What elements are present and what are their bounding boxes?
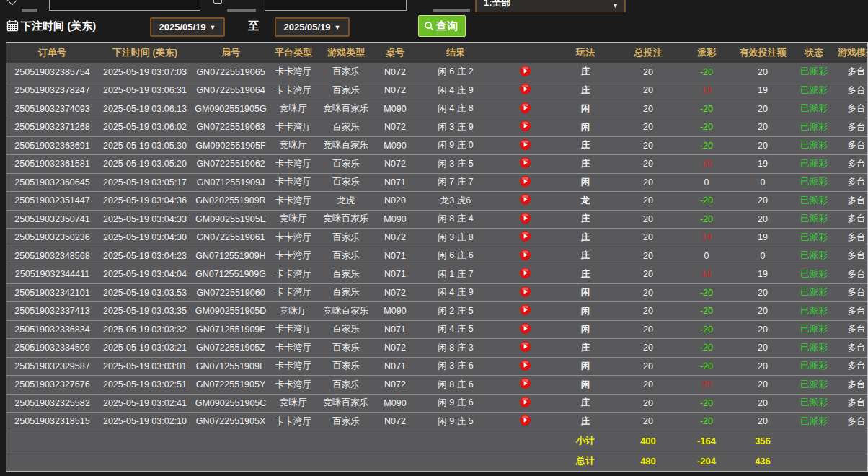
mode-cell: 多台 bbox=[836, 63, 868, 81]
replay-play-icon[interactable] bbox=[520, 286, 531, 297]
mode-cell: 多台 bbox=[836, 155, 868, 174]
replay-play-icon[interactable] bbox=[520, 231, 531, 242]
platform-cell: 卡卡湾厅 bbox=[270, 229, 317, 247]
date-to-value: 2025/05/19 bbox=[284, 22, 331, 32]
payout-cell: 20 bbox=[679, 376, 734, 395]
platform-cell: 卡卡湾厅 bbox=[270, 81, 317, 100]
bet-cell: 庄 bbox=[554, 413, 617, 431]
result-cell: 闲 9 庄 0 bbox=[415, 136, 496, 155]
bet-cell: 庄 bbox=[554, 265, 617, 284]
order-cell: 250519032350741 bbox=[6, 210, 98, 229]
platform-cell: 卡卡湾厅 bbox=[270, 118, 317, 137]
order-cell: 250519032361581 bbox=[6, 155, 98, 174]
replay-cell bbox=[496, 357, 554, 376]
total-cell: 20 bbox=[617, 229, 679, 247]
table-cell: N072 bbox=[375, 81, 415, 100]
status-cell: 已派彩 bbox=[792, 302, 836, 321]
game-cell: 竞咪百家乐 bbox=[317, 394, 375, 413]
replay-cell bbox=[496, 376, 554, 395]
valid-cell: 20 bbox=[734, 192, 792, 211]
filter-select[interactable]: 1:全部 ▼ bbox=[475, 0, 626, 12]
round-cell: GN07225519063 bbox=[192, 118, 270, 137]
status-cell: 已派彩 bbox=[792, 357, 836, 376]
valid-cell: 0 bbox=[734, 173, 792, 192]
replay-play-icon[interactable] bbox=[520, 102, 531, 113]
replay-play-icon[interactable] bbox=[520, 213, 531, 224]
replay-play-icon[interactable] bbox=[520, 415, 531, 426]
table-cell: N072 bbox=[375, 229, 415, 247]
replay-play-icon[interactable] bbox=[520, 250, 531, 260]
round-cell: GN0712551909H bbox=[192, 247, 270, 265]
replay-play-icon[interactable] bbox=[520, 397, 531, 407]
replay-play-icon[interactable] bbox=[520, 157, 531, 168]
mode-cell: 多台 bbox=[836, 265, 868, 284]
bet-cell: 闲 bbox=[554, 283, 617, 302]
table-cell: N071 bbox=[375, 357, 415, 376]
payout-cell: -20 bbox=[679, 339, 734, 358]
mode-cell: 多台 bbox=[836, 247, 868, 265]
result-cell: 闲 6 庄 6 bbox=[415, 247, 496, 265]
round-cell: GN07225519064 bbox=[192, 81, 270, 100]
col-result: 结果 bbox=[415, 43, 496, 63]
replay-play-icon[interactable] bbox=[520, 176, 531, 187]
total-cell: 20 bbox=[617, 413, 679, 431]
replay-play-icon[interactable] bbox=[520, 194, 531, 205]
valid-cell: 0 bbox=[734, 247, 792, 265]
platform-cell: 卡卡湾厅 bbox=[270, 155, 317, 174]
time-cell: 2025-05-19 03:04:30 bbox=[98, 229, 192, 247]
replay-play-icon[interactable] bbox=[520, 120, 531, 131]
total-payout: -204 bbox=[679, 451, 734, 471]
time-cell: 2025-05-19 03:03:35 bbox=[98, 302, 192, 321]
round-cell: GM0902551905E bbox=[192, 210, 270, 229]
total-cell: 20 bbox=[617, 100, 679, 118]
order-cell: 250519032371268 bbox=[6, 118, 98, 137]
mode-cell: 多台 bbox=[836, 173, 868, 192]
replay-play-icon[interactable] bbox=[520, 139, 531, 150]
table-cell: N071 bbox=[375, 247, 415, 265]
total-cell: 20 bbox=[617, 81, 679, 100]
filter-input-1[interactable] bbox=[49, 0, 200, 11]
time-cell: 2025-05-19 03:07:03 bbox=[98, 63, 192, 81]
replay-play-icon[interactable] bbox=[520, 323, 531, 334]
clipped-label-fragment bbox=[227, 9, 256, 12]
order-cell: 250519032374093 bbox=[6, 100, 98, 118]
table-row: 2505190323255822025-05-19 03:02:41GM0902… bbox=[6, 394, 868, 413]
replay-play-icon[interactable] bbox=[520, 84, 531, 94]
date-to-select[interactable]: 2025/05/19 ▼ bbox=[275, 17, 350, 37]
replay-play-icon[interactable] bbox=[520, 66, 531, 76]
table-row: 2505190323485682025-05-19 03:04:23GN0712… bbox=[6, 247, 868, 265]
valid-cell: 20 bbox=[734, 100, 792, 118]
chevron-down-icon: ▼ bbox=[210, 24, 216, 31]
bet-cell: 庄 bbox=[554, 81, 617, 100]
replay-play-icon[interactable] bbox=[520, 378, 531, 389]
subtotal-row: 小计 400 -164 356 bbox=[6, 431, 868, 451]
subtotal-spacer bbox=[792, 431, 868, 451]
result-cell: 龙3 虎6 bbox=[415, 192, 496, 211]
game-cell: 竞咪百家乐 bbox=[317, 302, 375, 321]
total-cell: 20 bbox=[617, 283, 679, 302]
replay-play-icon[interactable] bbox=[520, 360, 531, 371]
round-cell: GN07225519061 bbox=[192, 229, 270, 247]
subtotal-payout: -164 bbox=[679, 431, 734, 451]
table-row: 2505190323857542025-05-19 03:07:03GN0722… bbox=[6, 63, 868, 81]
total-cell: 20 bbox=[617, 320, 679, 339]
valid-cell: 20 bbox=[734, 339, 792, 358]
bet-cell: 庄 bbox=[554, 339, 617, 358]
order-cell: 250519032344411 bbox=[6, 265, 98, 284]
col-platform: 平台类型 bbox=[270, 43, 317, 63]
query-button[interactable]: 查询 bbox=[418, 15, 466, 37]
filter-input-2[interactable] bbox=[265, 0, 407, 11]
replay-play-icon[interactable] bbox=[520, 268, 531, 278]
query-button-label: 查询 bbox=[436, 19, 458, 33]
date-from-select[interactable]: 2025/05/19 ▼ bbox=[150, 17, 225, 37]
replay-play-icon[interactable] bbox=[520, 304, 531, 315]
round-cell: GM0902551905F bbox=[192, 136, 270, 155]
replay-play-icon[interactable] bbox=[520, 341, 531, 352]
status-cell: 已派彩 bbox=[792, 136, 836, 155]
game-cell: 百家乐 bbox=[317, 376, 375, 395]
payout-cell: 19 bbox=[679, 265, 734, 284]
payout-cell: 19 bbox=[679, 155, 734, 174]
platform-cell: 卡卡湾厅 bbox=[270, 320, 317, 339]
platform-cell: 卡卡湾厅 bbox=[270, 413, 317, 431]
table-cell: M090 bbox=[375, 136, 415, 155]
